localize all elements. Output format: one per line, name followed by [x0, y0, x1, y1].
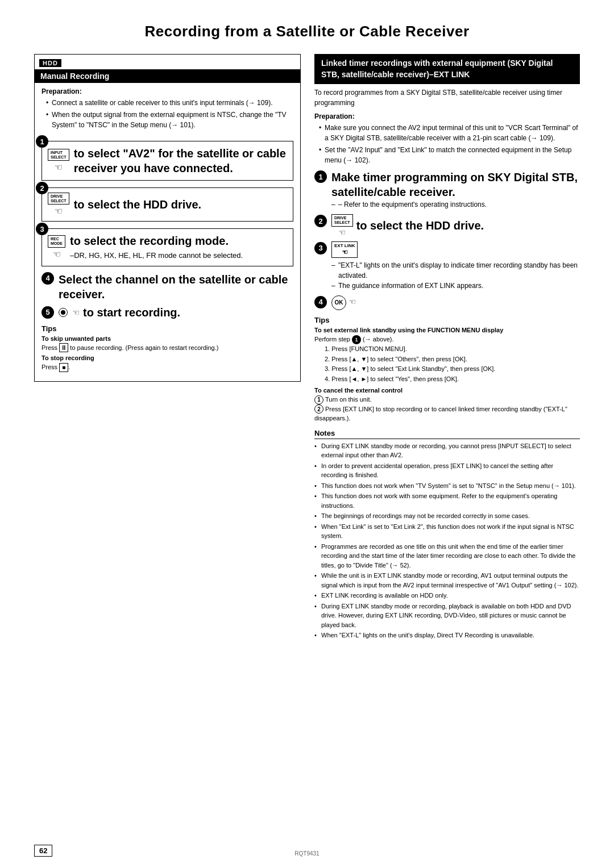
prep-item-2: When the output signal from the external… — [46, 110, 293, 130]
doc-code: RQT9431 — [294, 850, 319, 857]
hand-icon-1: ☞ — [55, 162, 63, 173]
right-column: Linked timer recordings with external eq… — [314, 54, 580, 641]
right-intro: To record programmes from a SKY Digital … — [314, 87, 580, 108]
preparation-list: Connect a satellite or cable receiver to… — [42, 98, 293, 130]
tips-numbered-list: Press [FUNCTION MENU]. Press [▲, ▼] to s… — [314, 344, 580, 383]
stop-text: Press ■. — [42, 362, 293, 372]
pause-icon: II — [59, 343, 68, 352]
right-step-2: 2 DRIVESELECT ☞ to select the HDD drive. — [314, 214, 580, 236]
step-2-text: to select the HDD drive. — [74, 197, 202, 212]
note-3: This function does not work when "TV Sys… — [314, 481, 580, 491]
right-step-1: 1 Make timer programming on SKY Digital … — [314, 170, 580, 210]
page-number: 62 — [34, 845, 52, 857]
left-column: HDD Manual Recording Preparation: Connec… — [34, 54, 301, 382]
right-step-1-note: – Refer to the equipment's operating ins… — [331, 199, 580, 210]
note-1: During EXT LINK standby mode or recordin… — [314, 441, 580, 460]
right-prep-label: Preparation: — [314, 112, 580, 120]
right-step-4: 4 OK ☞ — [314, 295, 580, 310]
input-select-button: INPUTSELECT — [48, 149, 69, 161]
note-10: During EXT LINK standby mode or recordin… — [314, 602, 580, 630]
step-5-number: 5 — [42, 306, 54, 319]
right-tips-title: Tips — [314, 316, 580, 324]
notes-list: During EXT LINK standby mode or recordin… — [314, 441, 580, 640]
left-tips: Tips To skip unwanted parts Press II to … — [42, 324, 293, 372]
skip-text: Press II to pause recording. (Press agai… — [42, 343, 293, 353]
right-step-3-dash-1: "EXT-L" lights on the unit's display to … — [331, 260, 580, 281]
rec-mode-button: RECMODE — [48, 235, 65, 247]
perform-step: Perform step 1 (→ above). — [314, 335, 580, 345]
right-step-2-number: 2 — [314, 215, 327, 227]
page-title: Recording from a Satellite or Cable Rece… — [34, 23, 580, 40]
tips-num-3: Press [▲, ▼] to select "Ext Link Standby… — [314, 364, 580, 374]
right-prep-item-2: Set the "AV2 Input" and "Ext Link" to ma… — [319, 145, 580, 165]
note-9: EXT LINK recording is available on HDD o… — [314, 591, 580, 600]
note-8: While the unit is in EXT LINK standby mo… — [314, 571, 580, 590]
rec-button — [59, 308, 68, 317]
manual-recording-header: Manual Recording — [35, 69, 300, 83]
right-step-2-text: to select the HDD drive. — [356, 218, 484, 233]
right-step-3-dash-2: The guidance information of EXT LINK app… — [331, 281, 580, 291]
step-4-number: 4 — [42, 272, 54, 285]
step-3-text: to select the recording mode. — [70, 233, 243, 248]
set-ext-title: To set external link standby using the F… — [314, 327, 580, 333]
tips-num-1: Press [FUNCTION MENU]. — [314, 344, 580, 354]
stop-title: To stop recording — [42, 354, 293, 361]
right-hand-icon-2: ☞ — [338, 228, 346, 237]
tips-num-2: Press [▲, ▼] to select "Others", then pr… — [314, 354, 580, 364]
tips-num-4: Press [◄, ►] to select "Yes", then press… — [314, 374, 580, 384]
cancel-step-1: 1Turn on this unit. — [314, 395, 580, 404]
drive-select-button: DRIVESELECT — [48, 193, 69, 205]
notes-section: Notes During EXT LINK standby mode or re… — [314, 429, 580, 640]
tips-title: Tips — [42, 324, 293, 333]
right-drive-select-button: DRIVESELECT — [331, 214, 353, 226]
right-step-3: 3 EXT LINK☞ "EXT-L" lights on the unit's… — [314, 241, 580, 291]
right-header: Linked timer recordings with external eq… — [314, 54, 580, 84]
hand-icon-3: ☞ — [53, 249, 61, 260]
right-step-1-text: Make timer programming on SKY Digital ST… — [331, 170, 580, 199]
step-1-box: 1 INPUTSELECT ☞ to select "AV2" for the … — [42, 141, 293, 181]
ok-button: OK — [331, 295, 346, 310]
right-hand-icon-4: ☞ — [349, 297, 356, 306]
right-step-3-number: 3 — [314, 242, 327, 254]
note-6: When "Ext Link" is set to "Ext Link 2", … — [314, 522, 580, 541]
right-preparation: Preparation: Make sure you connect the A… — [314, 112, 580, 165]
step-2-number: 2 — [36, 182, 48, 194]
step-1-number: 1 — [36, 135, 48, 148]
step-2-box: 2 DRIVESELECT ☞ to select the HDD drive. — [42, 187, 293, 222]
right-step-1-number: 1 — [314, 170, 327, 183]
step-4-text: Select the channel on the satellite or c… — [59, 272, 293, 302]
hand-icon-5: ☞ — [72, 308, 80, 317]
hand-icon-2: ☞ — [55, 206, 63, 216]
right-tips: Tips To set external link standby using … — [314, 316, 580, 423]
step-3-number: 3 — [36, 223, 48, 235]
preparation-label: Preparation: — [42, 87, 293, 95]
prep-item-1: Connect a satellite or cable receiver to… — [46, 98, 293, 108]
note-4: This function does not work with some eq… — [314, 491, 580, 510]
step-1-text: to select "AV2" for the satellite or cab… — [74, 146, 287, 176]
note-11: When "EXT-L" lights on the unit's displa… — [314, 631, 580, 640]
stop-icon: ■ — [59, 363, 68, 372]
note-7: Programmes are recorded as one title on … — [314, 542, 580, 570]
cancel-step-2: 2Press [EXT LINK] to stop recording or t… — [314, 404, 580, 423]
step-3-box: 3 RECMODE ☞ to select the recording mode… — [42, 228, 293, 266]
ext-link-button: EXT LINK☞ — [331, 241, 358, 258]
note-5: The beginnings of recordings may not be … — [314, 511, 580, 521]
step-3-note: –DR, HG, HX, HE, HL, FR mode cannot be s… — [70, 251, 243, 261]
cancel-title: To cancel the external control — [314, 387, 580, 394]
notes-title: Notes — [314, 429, 580, 439]
right-prep-item-1: Make sure you connect the AV2 input term… — [319, 123, 580, 143]
step-5-text: to start recording. — [83, 305, 180, 320]
right-step-4-number: 4 — [314, 296, 327, 308]
right-prep-list: Make sure you connect the AV2 input term… — [314, 123, 580, 165]
note-2: In order to prevent accidental operation… — [314, 461, 580, 480]
hdd-badge: HDD — [39, 59, 61, 67]
skip-title: To skip unwanted parts — [42, 335, 293, 342]
